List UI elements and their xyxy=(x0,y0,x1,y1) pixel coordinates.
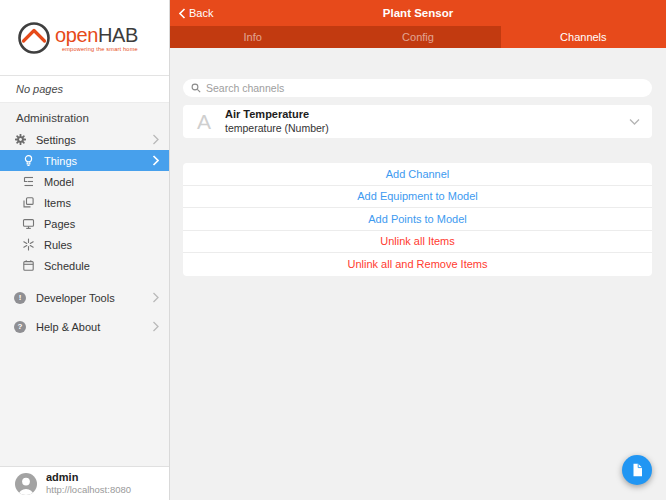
search-bar xyxy=(183,79,652,97)
chevron-down-icon[interactable] xyxy=(629,118,640,126)
model-tree-icon xyxy=(21,175,35,188)
tab-channels[interactable]: Channels xyxy=(501,26,666,48)
brand-hab: HAB xyxy=(98,24,138,47)
openhab-house-icon xyxy=(16,20,52,56)
sidebar-item-pages[interactable]: Pages xyxy=(0,213,169,234)
add-points-to-model-button[interactable]: Add Points to Model xyxy=(183,208,652,231)
unlink-all-and-remove-items-button[interactable]: Unlink all and Remove Items xyxy=(183,253,652,276)
sidebar-item-label: Model xyxy=(44,176,74,188)
back-button[interactable]: Back xyxy=(179,7,213,19)
channel-category-letter: A xyxy=(183,110,225,134)
channel-title: Air Temperature xyxy=(225,108,329,122)
avatar xyxy=(15,473,37,495)
code-view-fab[interactable] xyxy=(622,455,652,485)
circle-question-icon: ? xyxy=(13,320,27,333)
chevron-right-icon xyxy=(152,155,159,166)
sidebar-item-items[interactable]: Items xyxy=(0,192,169,213)
sidebar-item-label: Things xyxy=(44,155,77,167)
unlink-all-items-button[interactable]: Unlink all Items xyxy=(183,231,652,254)
chevron-right-icon xyxy=(152,292,159,303)
no-pages-label: No pages xyxy=(0,76,169,103)
main-panel: Back Plant Sensor Info Config Channels A… xyxy=(170,0,666,500)
search-input[interactable] xyxy=(206,82,652,94)
sidebar-item-model[interactable]: Model xyxy=(0,171,169,192)
sidebar-item-label: Pages xyxy=(44,218,75,230)
tab-config[interactable]: Config xyxy=(335,26,500,48)
chevron-right-icon xyxy=(152,134,159,145)
chevron-left-icon xyxy=(179,8,186,19)
add-channel-button[interactable]: Add Channel xyxy=(183,163,652,186)
channel-actions-list: Add Channel Add Equipment to Model Add P… xyxy=(183,163,652,276)
document-icon xyxy=(631,463,643,477)
sidebar-item-label: Schedule xyxy=(44,260,90,272)
brand-open: open xyxy=(55,24,98,47)
sidebar-item-rules[interactable]: Rules xyxy=(0,234,169,255)
channels-content: A Air Temperature temperature (Number) A… xyxy=(170,48,666,500)
search-icon xyxy=(191,83,201,93)
chevron-right-icon xyxy=(152,321,159,332)
user-account[interactable]: admin http://localhost:8080 xyxy=(0,466,169,500)
sidebar: open HAB empowering the smart home No pa… xyxy=(0,0,170,500)
channel-subtitle: temperature (Number) xyxy=(225,122,329,135)
back-label: Back xyxy=(189,7,213,19)
sidebar-item-things[interactable]: Things xyxy=(0,150,169,171)
sidebar-item-label: Items xyxy=(44,197,71,209)
sidebar-item-developer-tools[interactable]: ! Developer Tools xyxy=(0,287,169,308)
lightbulb-icon xyxy=(21,154,35,167)
administration-section-label: Administration xyxy=(0,112,169,124)
add-equipment-to-model-button[interactable]: Add Equipment to Model xyxy=(183,186,652,209)
user-name: admin xyxy=(46,471,131,484)
openhab-logo: open HAB empowering the smart home xyxy=(0,0,169,76)
gear-icon xyxy=(13,133,27,146)
page-title: Plant Sensor xyxy=(170,7,666,19)
tab-info[interactable]: Info xyxy=(170,26,335,48)
monitor-icon xyxy=(21,217,35,230)
sidebar-item-schedule[interactable]: Schedule xyxy=(0,255,169,276)
sidebar-item-label: Settings xyxy=(36,134,76,146)
sidebar-item-label: Rules xyxy=(44,239,72,251)
brand-tagline: empowering the smart home xyxy=(55,46,138,52)
tab-bar: Info Config Channels xyxy=(170,26,666,48)
calendar-icon xyxy=(21,259,35,272)
sidebar-nav: Settings Things xyxy=(0,129,169,337)
sidebar-item-label: Developer Tools xyxy=(36,292,115,304)
brand-text: open HAB empowering the smart home xyxy=(55,24,138,52)
copy-icon xyxy=(21,196,35,209)
spark-icon xyxy=(21,238,35,251)
channel-group-air-temperature[interactable]: A Air Temperature temperature (Number) xyxy=(183,105,652,138)
top-navbar: Back Plant Sensor xyxy=(170,0,666,26)
sidebar-item-settings[interactable]: Settings xyxy=(0,129,169,150)
sidebar-item-label: Help & About xyxy=(36,321,100,333)
user-url: http://localhost:8080 xyxy=(46,484,131,495)
circle-exclamation-icon: ! xyxy=(13,291,27,304)
sidebar-item-help-about[interactable]: ? Help & About xyxy=(0,316,169,337)
